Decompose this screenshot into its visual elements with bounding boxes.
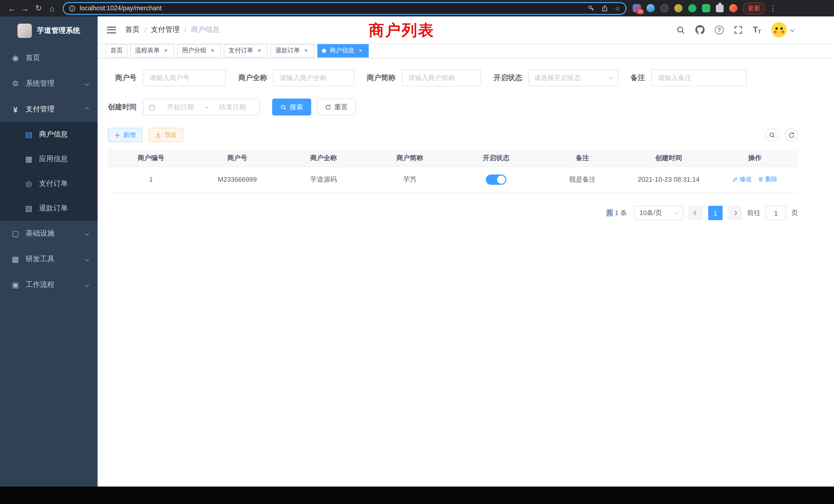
profile-avatar-icon[interactable] [729,4,738,12]
table-row: 1 M233666999 芋道源码 芋艿 我是备注 2021-10-23 08:… [108,167,798,192]
tab-refund-order[interactable]: 退款订单× [271,44,314,57]
tab-home[interactable]: 首页 [106,44,127,57]
sidebar-item-pay-order[interactable]: ◎ 支付订单 [0,171,97,196]
sidebar-item-infrastructure[interactable]: ▢ 基础设施 [0,221,97,246]
password-key-icon[interactable] [588,5,595,12]
browser-menu-icon[interactable]: ⋮ [769,4,776,12]
browser-update-button[interactable]: 更新 [743,2,765,14]
search-icon[interactable] [676,25,685,34]
browser-chrome: ← → ↻ ⌂ localhost:1024/pay/merchant ☆ 10 [0,0,834,17]
merchant-no-input[interactable] [143,69,226,86]
add-button[interactable]: 新增 [108,128,142,142]
next-page-button[interactable] [728,206,742,220]
extension-icon-1[interactable]: 10 [633,4,641,12]
help-icon[interactable]: ? [715,25,724,34]
app-logo[interactable]: 芋道管理系统 [0,17,97,45]
sidebar-item-home[interactable]: ◉ 首页 [0,45,97,71]
cell-status [453,167,539,192]
sidebar-item-workflow[interactable]: ▣ 工作流程 [0,272,97,298]
filter-row-2: 创建时间 开始日期 - 结束日期 搜索 [108,98,798,115]
user-avatar[interactable] [771,22,787,38]
extension-icon-6[interactable] [702,4,710,12]
tab-user-group[interactable]: 用户分组× [177,44,221,57]
page-number-button[interactable]: 1 [708,206,723,220]
cell-actions: 修改 删除 [712,167,798,192]
merchant-no-label: 商户号 [108,73,137,83]
export-button[interactable]: 导出 [148,128,183,142]
breadcrumb-payment[interactable]: 支付管理 [151,25,180,35]
url-bar[interactable]: localhost:1024/pay/merchant ☆ [63,2,627,15]
sidebar-item-refund-order[interactable]: ▧ 退款订单 [0,196,97,221]
logo-image [18,24,32,38]
chevron-down-icon [675,210,679,215]
tab-pay-order[interactable]: 支付订单× [224,44,267,57]
github-icon[interactable] [695,25,705,35]
cell-short-name: 芋艿 [367,167,453,192]
close-icon[interactable]: × [162,47,170,54]
chevron-down-icon [85,257,89,261]
tags-view: 首页 流程表单× 用户分组× 支付订单× 退款订单× 商户信息× [97,43,834,59]
end-date-placeholder[interactable]: 结束日期 [211,102,254,112]
close-icon[interactable]: × [209,47,216,54]
column-merchant-no: 商户号 [194,150,280,166]
short-name-input[interactable] [401,69,481,86]
date-range-picker[interactable]: 开始日期 - 结束日期 [143,98,260,115]
home-icon[interactable]: ⌂ [45,2,59,14]
show-search-button[interactable] [765,128,778,142]
tab-merchant-info[interactable]: 商户信息× [317,44,369,57]
font-size-icon[interactable]: TT [753,25,761,35]
status-label: 开启状态 [493,73,522,83]
search-button[interactable]: 搜索 [272,98,311,115]
extension-icon-5[interactable] [688,4,696,12]
workflow-icon: ▣ [9,280,22,290]
back-icon[interactable]: ← [5,2,19,14]
extensions-puzzle-icon[interactable] [716,4,724,12]
breadcrumb-home[interactable]: 首页 [125,25,140,35]
full-name-input[interactable] [273,69,354,86]
refresh-button[interactable] [785,128,798,142]
goto-page-input[interactable] [766,206,786,220]
status-toggle[interactable] [486,174,506,184]
extension-badge: 10 [636,9,644,14]
sidebar-item-merchant-info[interactable]: ▤ 商户信息 [0,122,97,147]
share-icon[interactable] [601,5,608,12]
cell-remark: 我是备注 [539,167,626,192]
extension-icon-3[interactable] [660,4,668,12]
screen: ← → ↻ ⌂ localhost:1024/pay/merchant ☆ 10 [0,0,834,504]
status-select[interactable]: 请选择开启状态 [528,69,618,86]
table-toolbar: 新增 导出 [108,128,798,142]
sidebar-toggle-icon[interactable] [107,26,116,33]
delete-button[interactable]: 删除 [758,175,777,184]
column-merchant-id: 商户编号 [108,150,194,166]
reset-button[interactable]: 重置 [317,98,356,115]
sidebar-item-app-info[interactable]: ▦ 应用信息 [0,147,97,171]
close-icon[interactable]: × [303,47,310,54]
grid-icon: ▦ [23,155,35,164]
extension-icon-4[interactable] [674,4,682,12]
merchant-table: 商户编号 商户号 商户全称 商户简称 开启状态 备注 创建时间 操作 1 M23… [108,150,798,192]
close-icon[interactable]: × [256,47,263,54]
reload-icon[interactable]: ↻ [32,2,45,14]
forward-icon[interactable]: → [19,2,32,14]
close-icon[interactable]: × [357,47,364,54]
fullscreen-icon[interactable] [734,25,743,34]
column-actions: 操作 [712,150,798,166]
edit-button[interactable]: 修改 [732,175,752,184]
prev-page-button[interactable] [689,206,703,220]
remark-input[interactable] [651,69,747,86]
short-name-label: 商户简称 [367,73,395,83]
full-name-label: 商户全称 [238,73,267,83]
avatar-caret-icon[interactable] [790,28,795,32]
bookmark-star-icon[interactable]: ☆ [615,4,620,12]
extension-icon-2[interactable] [646,4,655,12]
page-size-select[interactable]: 10条/页 [634,206,683,220]
chevron-down-icon [85,231,89,236]
site-info-icon[interactable] [69,5,75,12]
start-date-placeholder[interactable]: 开始日期 [159,102,202,112]
sidebar-item-dev-tools[interactable]: ▩ 研发工具 [0,246,97,272]
column-short-name: 商户简称 [367,150,453,166]
sidebar-item-system[interactable]: ⚙ 系统管理 [0,71,97,96]
tab-process-form[interactable]: 流程表单× [130,44,174,57]
chevron-down-icon [609,75,613,79]
sidebar-item-payment[interactable]: ¥ 支付管理 [0,96,97,122]
